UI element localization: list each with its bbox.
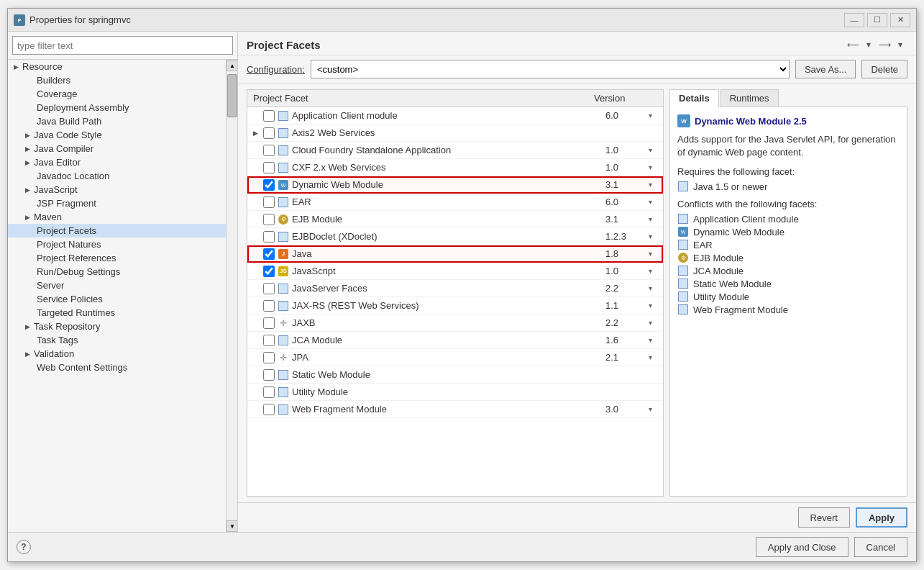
sidebar-item-resource[interactable]: ▶Resource bbox=[8, 60, 226, 73]
facet-row-cxf-2x-web-services[interactable]: CXF 2.x Web Services 1.0▾ bbox=[247, 159, 663, 176]
tab-details[interactable]: Details bbox=[669, 89, 719, 107]
facet-checkbox-0[interactable] bbox=[263, 110, 275, 122]
sidebar-item-java-code-style[interactable]: ▶Java Code Style bbox=[8, 128, 226, 142]
nav-dropdown-button[interactable]: ▾ bbox=[861, 37, 876, 52]
facet-version-dropdown-13[interactable]: ▾ bbox=[649, 336, 663, 344]
facet-row-jax-rs-rest-web-services[interactable]: JAX-RS (REST Web Services) 1.1▾ bbox=[247, 297, 663, 315]
facet-checkbox-16[interactable] bbox=[263, 386, 275, 398]
facet-version-dropdown-9[interactable]: ▾ bbox=[649, 267, 663, 275]
facet-row-jaxb[interactable]: ✛ JAXB 2.2▾ bbox=[247, 315, 663, 332]
sidebar-item-maven[interactable]: ▶Maven bbox=[8, 210, 226, 224]
facet-version-dropdown-12[interactable]: ▾ bbox=[649, 319, 663, 327]
facet-row-jpa[interactable]: ✛ JPA 2.1▾ bbox=[247, 349, 663, 366]
facet-row-javaserver-faces[interactable]: JavaServer Faces 2.2▾ bbox=[247, 280, 663, 297]
help-button[interactable]: ? bbox=[17, 540, 31, 554]
tab-runtimes[interactable]: Runtimes bbox=[721, 89, 779, 107]
facet-version-dropdown-6[interactable]: ▾ bbox=[649, 215, 663, 223]
scrollbar-down-arrow[interactable]: ▼ bbox=[227, 520, 237, 532]
facet-checkbox-3[interactable] bbox=[263, 162, 275, 173]
facet-row-java[interactable]: J Java 1.8▾ bbox=[247, 245, 663, 263]
save-as-button[interactable]: Save As... bbox=[795, 60, 856, 78]
sidebar-item-targeted-runtimes[interactable]: Targeted Runtimes bbox=[8, 306, 226, 320]
facet-expand-1[interactable]: ▶ bbox=[250, 130, 260, 137]
facet-checkbox-13[interactable] bbox=[263, 335, 275, 346]
facet-checkbox-10[interactable] bbox=[263, 283, 275, 294]
facet-checkbox-14[interactable] bbox=[263, 352, 275, 363]
sidebar-item-java-editor[interactable]: ▶Java Editor bbox=[8, 155, 226, 169]
sidebar-item-project-facets[interactable]: Project Facets bbox=[8, 224, 226, 238]
sidebar-item-jsp-fragment[interactable]: JSP Fragment bbox=[8, 196, 226, 210]
facet-row-dynamic-web-module[interactable]: W Dynamic Web Module 3.1▾ bbox=[247, 176, 663, 194]
apply-close-button[interactable]: Apply and Close bbox=[756, 537, 848, 557]
sidebar-item-project-natures[interactable]: Project Natures bbox=[8, 238, 226, 251]
nav-forward-dropdown-button[interactable]: ▾ bbox=[893, 37, 907, 52]
sidebar-item-deployment-assembly[interactable]: Deployment Assembly bbox=[8, 101, 226, 114]
facet-row-cloud-foundry-standalone-application[interactable]: Cloud Foundry Standalone Application 1.0… bbox=[247, 142, 663, 159]
facet-checkbox-5[interactable] bbox=[263, 196, 275, 208]
sidebar-item-builders[interactable]: Builders bbox=[8, 73, 226, 87]
facet-checkbox-6[interactable] bbox=[263, 214, 275, 225]
facet-version-dropdown-10[interactable]: ▾ bbox=[649, 284, 663, 292]
facet-version-dropdown-0[interactable]: ▾ bbox=[649, 112, 663, 119]
cancel-button[interactable]: Cancel bbox=[854, 537, 907, 557]
sidebar-item-run/debug-settings[interactable]: Run/Debug Settings bbox=[8, 265, 226, 279]
facet-row-axis2-web-services[interactable]: ▶ Axis2 Web Services bbox=[247, 125, 663, 142]
facet-checkbox-7[interactable] bbox=[263, 231, 275, 243]
sidebar-item-service-policies[interactable]: Service Policies bbox=[8, 292, 226, 306]
facet-row-jca-module[interactable]: JCA Module 1.6▾ bbox=[247, 332, 663, 349]
facet-row-ear[interactable]: EAR 6.0▾ bbox=[247, 194, 663, 211]
sidebar-scrollbar[interactable]: ▲ ▼ bbox=[226, 60, 237, 532]
filter-input[interactable] bbox=[12, 36, 233, 55]
back-nav-button[interactable]: ⟵ bbox=[846, 37, 860, 52]
facet-row-ejb-module[interactable]: ⚙ EJB Module 3.1▾ bbox=[247, 211, 663, 228]
scrollbar-up-arrow[interactable]: ▲ bbox=[227, 60, 237, 71]
facet-version-dropdown-4[interactable]: ▾ bbox=[649, 181, 663, 189]
facet-checkbox-12[interactable] bbox=[263, 317, 275, 329]
maximize-button[interactable]: ☐ bbox=[867, 13, 887, 27]
facet-checkbox-4[interactable] bbox=[263, 179, 275, 191]
sidebar-item-java-build-path[interactable]: Java Build Path bbox=[8, 114, 226, 128]
facet-row-ejbdoclet-xdoclet[interactable]: EJBDoclet (XDoclet) 1.2.3▾ bbox=[247, 228, 663, 245]
facet-version-dropdown-17[interactable]: ▾ bbox=[649, 405, 663, 413]
facet-row-application-client-module[interactable]: Application Client module 6.0▾ bbox=[247, 107, 663, 125]
scrollbar-thumb[interactable] bbox=[227, 74, 237, 117]
facet-checkbox-9[interactable] bbox=[263, 266, 275, 277]
close-button[interactable]: ✕ bbox=[890, 13, 910, 27]
facet-checkbox-11[interactable] bbox=[263, 300, 275, 312]
facet-checkbox-17[interactable] bbox=[263, 404, 275, 415]
facet-row-utility-module[interactable]: Utility Module bbox=[247, 384, 663, 401]
title-bar: P Properties for springmvc — ☐ ✕ bbox=[8, 9, 916, 32]
facet-checkbox-1[interactable] bbox=[263, 127, 275, 139]
svg-text:W: W bbox=[681, 118, 687, 125]
sidebar-item-web-content-settings[interactable]: Web Content Settings bbox=[8, 361, 226, 374]
facet-checkbox-2[interactable] bbox=[263, 145, 275, 156]
sidebar-item-server[interactable]: Server bbox=[8, 279, 226, 292]
config-select[interactable]: <custom> bbox=[311, 60, 790, 78]
sidebar-item-javascript[interactable]: ▶JavaScript bbox=[8, 183, 226, 196]
revert-button[interactable]: Revert bbox=[798, 507, 850, 528]
minimize-button[interactable]: — bbox=[844, 13, 864, 27]
sidebar-item-task-tags[interactable]: Task Tags bbox=[8, 333, 226, 347]
facet-row-static-web-module[interactable]: Static Web Module bbox=[247, 366, 663, 384]
facet-version-dropdown-5[interactable]: ▾ bbox=[649, 198, 663, 206]
forward-nav-button[interactable]: ⟶ bbox=[877, 37, 892, 52]
sidebar-item-project-references[interactable]: Project References bbox=[8, 251, 226, 265]
facet-checkbox-15[interactable] bbox=[263, 369, 275, 381]
sidebar-item-task-repository[interactable]: ▶Task Repository bbox=[8, 320, 226, 333]
facet-version-dropdown-8[interactable]: ▾ bbox=[649, 250, 663, 258]
delete-button[interactable]: Delete bbox=[861, 60, 907, 78]
facet-version-dropdown-2[interactable]: ▾ bbox=[649, 146, 663, 154]
sidebar-item-coverage[interactable]: Coverage bbox=[8, 87, 226, 101]
facet-version-dropdown-14[interactable]: ▾ bbox=[649, 353, 663, 361]
facet-version-dropdown-11[interactable]: ▾ bbox=[649, 302, 663, 309]
facet-row-javascript[interactable]: JS JavaScript 1.0▾ bbox=[247, 263, 663, 280]
sidebar-item-validation[interactable]: ▶Validation bbox=[8, 347, 226, 361]
apply-button[interactable]: Apply bbox=[856, 507, 907, 528]
facet-version-dropdown-3[interactable]: ▾ bbox=[649, 163, 663, 171]
facet-version-dropdown-7[interactable]: ▾ bbox=[649, 232, 663, 240]
facet-row-web-fragment-module[interactable]: Web Fragment Module 3.0▾ bbox=[247, 401, 663, 418]
facet-checkbox-8[interactable] bbox=[263, 248, 275, 260]
sidebar-item-java-compiler[interactable]: ▶Java Compiler bbox=[8, 142, 226, 155]
sidebar-filter-area bbox=[8, 32, 237, 60]
sidebar-item-javadoc-location[interactable]: Javadoc Location bbox=[8, 169, 226, 183]
